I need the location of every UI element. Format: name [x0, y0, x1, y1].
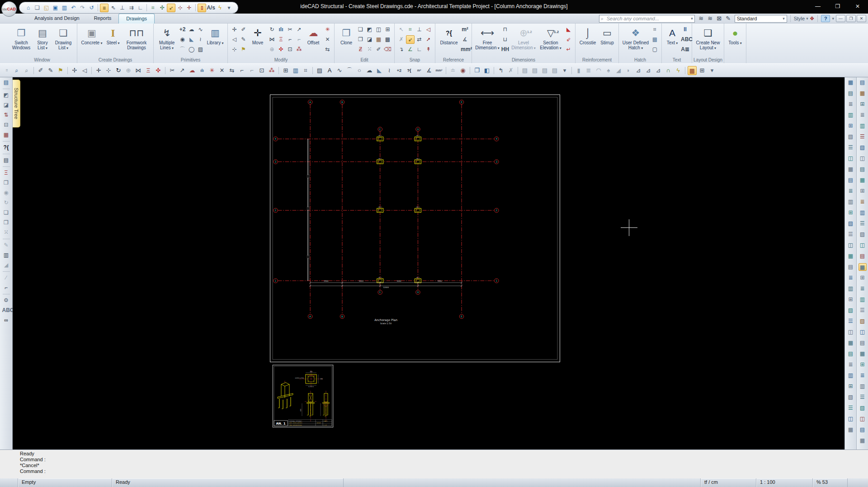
right-strip-1-icon-11[interactable]: ▥: [847, 198, 855, 206]
group-b-icon[interactable]: ❐: [2, 219, 10, 227]
zoom-window-icon[interactable]: ⌕: [22, 66, 31, 75]
extend-icon[interactable]: ↗: [295, 25, 303, 34]
standard-style-combo[interactable]: Standard ▾: [735, 15, 787, 23]
goto-label-icon[interactable]: ⚑: [239, 45, 248, 54]
toolbar-more-icon[interactable]: ▾: [708, 66, 717, 75]
snap-tangent-icon[interactable]: ◁: [424, 25, 433, 34]
explode-icon[interactable]: ✕: [217, 66, 226, 75]
qat-dropdown-icon[interactable]: ▾: [225, 4, 233, 12]
fillet-icon[interactable]: ⌐: [286, 35, 294, 44]
column-text-icon[interactable]: II: [681, 25, 689, 34]
redo-icon[interactable]: ↷: [78, 4, 87, 12]
binoculars-icon[interactable]: ∞: [2, 317, 10, 324]
eraser-icon[interactable]: ⌫: [383, 45, 392, 54]
protractor-icon[interactable]: ◁: [80, 66, 89, 75]
undo-icon[interactable]: ↶: [69, 4, 78, 12]
minimize-button[interactable]: —: [811, 2, 825, 11]
combo-dropdown-icon[interactable]: ▾: [780, 16, 785, 21]
snap-apparent-icon[interactable]: ✗: [397, 35, 406, 44]
right-strip-2-icon-7[interactable]: ◫: [859, 155, 867, 162]
tab-drawings[interactable]: Drawings: [118, 14, 155, 24]
layer-stack2-icon[interactable]: ≋: [706, 14, 715, 23]
style-picker[interactable]: Style ▾ ❖: [794, 15, 815, 22]
right-strip-2-icon-33[interactable]: ▦: [859, 437, 867, 444]
freehand-icon[interactable]: ≀: [196, 35, 205, 44]
right-strip-1-icon-17[interactable]: ▤: [847, 263, 855, 271]
right-strip-1-icon-19[interactable]: ▥: [847, 285, 855, 293]
table-plus-icon[interactable]: ▤: [550, 66, 559, 75]
extend-icon[interactable]: ↗: [178, 66, 187, 75]
trim-icon[interactable]: ✂: [168, 66, 177, 75]
right-strip-1-icon-1[interactable]: ▤: [847, 90, 855, 97]
zoom-extents-icon[interactable]: ⌕: [12, 66, 21, 75]
right-strip-2-icon-26[interactable]: ⊞: [859, 361, 867, 369]
report-icon[interactable]: ▤: [2, 156, 10, 164]
measure-tool-icon[interactable]: ✐: [36, 66, 45, 75]
right-strip-2-icon-19[interactable]: ≣: [859, 285, 867, 293]
right-strip-1-icon-20[interactable]: ⊞: [847, 296, 855, 303]
style-dropdown-icon[interactable]: ▾: [806, 16, 808, 21]
home-icon[interactable]: ⌂: [24, 4, 33, 12]
axes-icon[interactable]: ✗: [506, 66, 515, 75]
snap-node2-icon[interactable]: ↟: [424, 45, 433, 54]
snap-intersection-icon[interactable]: ➶: [406, 35, 415, 44]
right-strip-1-icon-23[interactable]: ◫: [847, 328, 855, 336]
table-edit-icon[interactable]: ▦: [374, 35, 383, 44]
delete-icon[interactable]: ✕: [323, 35, 332, 44]
group-icon[interactable]: ◩: [365, 25, 374, 34]
right-strip-2-icon-20[interactable]: ▥: [859, 296, 867, 303]
switch-windows-button[interactable]: ❐Switch Windows: [9, 25, 33, 57]
view-eye-icon[interactable]: ◉: [458, 66, 467, 75]
right-strip-2-icon-31[interactable]: ◫: [859, 415, 867, 423]
right-strip-1-icon-29[interactable]: ▧: [847, 393, 855, 401]
image-icon[interactable]: ▨: [196, 45, 205, 54]
hatch-triangle-icon[interactable]: ◣: [375, 66, 384, 75]
right-strip-2-icon-32[interactable]: ▤: [859, 426, 867, 434]
style-lock-icon[interactable]: ✎: [724, 14, 733, 23]
distance-button[interactable]: ?{Distance: [438, 25, 460, 57]
right-strip-2-icon-2[interactable]: ⊞: [859, 100, 867, 108]
story-list-button[interactable]: ▤Story List ▾: [33, 25, 52, 57]
match-props-icon[interactable]: ⁂: [295, 45, 303, 54]
right-strip-1-icon-0[interactable]: ▦: [847, 79, 855, 86]
clamp-icon[interactable]: ⌐: [2, 284, 10, 292]
save-icon[interactable]: ▣: [51, 4, 60, 12]
right-strip-1-icon-7[interactable]: ◫: [847, 155, 855, 162]
free-dimension-button[interactable]: ⟷Free Dimension ▾: [474, 25, 500, 57]
circle-icon[interactable]: ○: [355, 66, 364, 75]
user-defined-hatch-button[interactable]: ❖User Defined Hatch ▾: [621, 25, 650, 57]
pen-disabled-icon[interactable]: ✎: [2, 241, 10, 249]
protractor-icon[interactable]: ◁: [230, 35, 239, 44]
stretch-icon[interactable]: Ξ: [144, 66, 153, 75]
rotate-icon[interactable]: ↻: [114, 66, 123, 75]
right-strip-1-icon-30[interactable]: ☰: [847, 404, 855, 412]
ellipse-icon[interactable]: ◯: [187, 45, 196, 54]
anchorage-detail-sheet[interactable]: 350 350 4xM16 L=500 PL 350x350x20 50 250…: [272, 364, 334, 428]
window-cascade-icon[interactable]: ❐: [472, 66, 481, 75]
cylinder-icon[interactable]: ▮: [574, 66, 583, 75]
right-strip-2-icon-9[interactable]: ▦: [859, 176, 867, 184]
help-dropdown-icon[interactable]: ▾: [832, 16, 834, 21]
level-dimension-button[interactable]: ⊕1.2Level Dimension ▾: [510, 25, 537, 57]
properties-icon[interactable]: ▤: [2, 79, 10, 86]
area-icon[interactable]: m²: [415, 66, 424, 75]
break-icon[interactable]: ✳: [208, 66, 217, 75]
explode-icon[interactable]: ✳: [323, 25, 332, 34]
right-strip-1-icon-12[interactable]: ⊞: [847, 209, 855, 217]
angle-icon[interactable]: ∡: [425, 66, 434, 75]
right-strip-2-icon-11[interactable]: ≣: [859, 198, 867, 206]
array-icon[interactable]: ✜: [277, 45, 285, 54]
command-window[interactable]: Ready Command : *Cancel* Command :: [0, 449, 868, 478]
mdi-restore-button[interactable]: ❐: [846, 15, 856, 22]
insert-icon[interactable]: ⊞: [383, 25, 392, 34]
move-icon[interactable]: ✛: [94, 66, 103, 75]
join-icon[interactable]: ⇆: [227, 66, 236, 75]
maximize-button[interactable]: ❐: [831, 2, 844, 11]
style-palette-icon[interactable]: ❖: [810, 15, 815, 22]
graph2-icon[interactable]: ⊿: [654, 66, 663, 75]
drawing-list-button[interactable]: ❏Drawing List ▾: [52, 25, 75, 57]
right-strip-1-icon-2[interactable]: ≣: [847, 100, 855, 108]
arc-icon[interactable]: ⌒: [178, 45, 187, 54]
wedge-icon[interactable]: ◗: [624, 66, 633, 75]
right-strip-2-icon-12[interactable]: ▥: [859, 209, 867, 217]
